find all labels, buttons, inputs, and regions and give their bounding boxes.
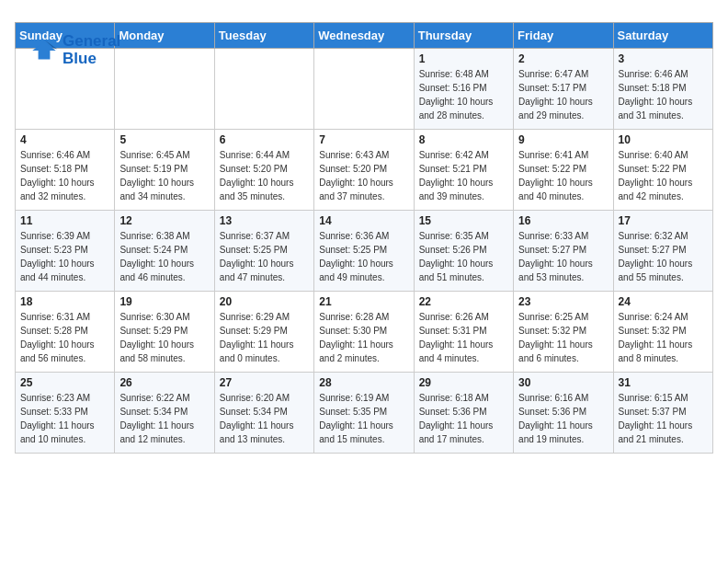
- day-info: Sunrise: 6:37 AM Sunset: 5:25 PM Dayligh…: [220, 229, 309, 284]
- calendar-cell: 15Sunrise: 6:35 AM Sunset: 5:26 PM Dayli…: [414, 211, 513, 292]
- day-info: Sunrise: 6:19 AM Sunset: 5:35 PM Dayligh…: [319, 391, 408, 446]
- day-info: Sunrise: 6:30 AM Sunset: 5:29 PM Dayligh…: [119, 310, 209, 365]
- day-number: 23: [518, 295, 608, 308]
- calendar-week-row: 4Sunrise: 6:46 AM Sunset: 5:18 PM Daylig…: [16, 130, 713, 211]
- calendar-cell: 31Sunrise: 6:15 AM Sunset: 5:37 PM Dayli…: [613, 373, 712, 454]
- day-number: 10: [619, 133, 708, 146]
- calendar-cell: 27Sunrise: 6:20 AM Sunset: 5:34 PM Dayli…: [214, 373, 313, 454]
- calendar-cell: 26Sunrise: 6:22 AM Sunset: 5:34 PM Dayli…: [115, 373, 214, 454]
- weekday-header-thursday: Thursday: [414, 23, 513, 49]
- day-info: Sunrise: 6:45 AM Sunset: 5:19 PM Dayligh…: [119, 148, 209, 203]
- day-number: 25: [20, 376, 109, 389]
- day-info: Sunrise: 6:46 AM Sunset: 5:18 PM Dayligh…: [20, 148, 109, 203]
- day-info: Sunrise: 6:22 AM Sunset: 5:34 PM Dayligh…: [119, 391, 209, 446]
- day-info: Sunrise: 6:35 AM Sunset: 5:26 PM Dayligh…: [419, 229, 508, 284]
- calendar-cell: 21Sunrise: 6:28 AM Sunset: 5:30 PM Dayli…: [314, 292, 414, 373]
- calendar-cell: 5Sunrise: 6:45 AM Sunset: 5:19 PM Daylig…: [115, 130, 214, 211]
- day-info: Sunrise: 6:25 AM Sunset: 5:32 PM Dayligh…: [518, 310, 608, 365]
- calendar-cell: [214, 49, 313, 130]
- day-info: Sunrise: 6:18 AM Sunset: 5:36 PM Dayligh…: [419, 391, 508, 446]
- day-number: 29: [419, 376, 508, 389]
- calendar-table: SundayMondayTuesdayWednesdayThursdayFrid…: [15, 22, 713, 454]
- day-number: 26: [119, 376, 209, 389]
- day-number: 13: [220, 214, 309, 227]
- calendar-cell: 10Sunrise: 6:40 AM Sunset: 5:22 PM Dayli…: [613, 130, 712, 211]
- day-number: 28: [319, 376, 408, 389]
- day-number: 9: [518, 133, 608, 146]
- day-info: Sunrise: 6:20 AM Sunset: 5:34 PM Dayligh…: [220, 391, 309, 446]
- day-info: Sunrise: 6:39 AM Sunset: 5:23 PM Dayligh…: [20, 229, 109, 284]
- day-number: 4: [20, 133, 109, 146]
- day-number: 30: [518, 376, 608, 389]
- day-info: Sunrise: 6:15 AM Sunset: 5:37 PM Dayligh…: [619, 391, 708, 446]
- day-info: Sunrise: 6:31 AM Sunset: 5:28 PM Dayligh…: [20, 310, 109, 365]
- day-number: 31: [619, 376, 708, 389]
- day-number: 20: [220, 295, 309, 308]
- day-number: 22: [419, 295, 508, 308]
- day-number: 18: [20, 295, 109, 308]
- logo: General Blue: [29, 33, 120, 67]
- day-number: 16: [518, 214, 608, 227]
- calendar-cell: [314, 49, 414, 130]
- day-info: Sunrise: 6:26 AM Sunset: 5:31 PM Dayligh…: [419, 310, 508, 365]
- calendar-cell: 2Sunrise: 6:47 AM Sunset: 5:17 PM Daylig…: [514, 49, 613, 130]
- day-number: 15: [419, 214, 508, 227]
- calendar-cell: 3Sunrise: 6:46 AM Sunset: 5:18 PM Daylig…: [613, 49, 712, 130]
- calendar-week-row: 11Sunrise: 6:39 AM Sunset: 5:23 PM Dayli…: [16, 211, 713, 292]
- logo-text: General Blue: [63, 33, 120, 67]
- day-info: Sunrise: 6:40 AM Sunset: 5:22 PM Dayligh…: [619, 148, 708, 203]
- calendar-cell: 4Sunrise: 6:46 AM Sunset: 5:18 PM Daylig…: [16, 130, 115, 211]
- weekday-header-monday: Monday: [115, 23, 214, 49]
- weekday-header-friday: Friday: [514, 23, 613, 49]
- day-number: 2: [518, 52, 608, 65]
- day-number: 17: [619, 214, 708, 227]
- calendar-cell: 13Sunrise: 6:37 AM Sunset: 5:25 PM Dayli…: [214, 211, 313, 292]
- day-info: Sunrise: 6:32 AM Sunset: 5:27 PM Dayligh…: [619, 229, 708, 284]
- day-number: 21: [319, 295, 408, 308]
- calendar-cell: 30Sunrise: 6:16 AM Sunset: 5:36 PM Dayli…: [514, 373, 613, 454]
- calendar-cell: 9Sunrise: 6:41 AM Sunset: 5:22 PM Daylig…: [514, 130, 613, 211]
- day-info: Sunrise: 6:43 AM Sunset: 5:20 PM Dayligh…: [319, 148, 408, 203]
- logo-icon: [29, 36, 59, 65]
- calendar-cell: 12Sunrise: 6:38 AM Sunset: 5:24 PM Dayli…: [115, 211, 214, 292]
- calendar-week-row: 25Sunrise: 6:23 AM Sunset: 5:33 PM Dayli…: [16, 373, 713, 454]
- day-number: 1: [419, 52, 508, 65]
- day-info: Sunrise: 6:28 AM Sunset: 5:30 PM Dayligh…: [319, 310, 408, 365]
- day-number: 27: [220, 376, 309, 389]
- day-info: Sunrise: 6:23 AM Sunset: 5:33 PM Dayligh…: [20, 391, 109, 446]
- day-info: Sunrise: 6:24 AM Sunset: 5:32 PM Dayligh…: [619, 310, 708, 365]
- day-info: Sunrise: 6:16 AM Sunset: 5:36 PM Dayligh…: [518, 391, 608, 446]
- calendar-cell: 28Sunrise: 6:19 AM Sunset: 5:35 PM Dayli…: [314, 373, 414, 454]
- day-number: 14: [319, 214, 408, 227]
- calendar-cell: 16Sunrise: 6:33 AM Sunset: 5:27 PM Dayli…: [514, 211, 613, 292]
- day-number: 24: [619, 295, 708, 308]
- calendar-cell: 29Sunrise: 6:18 AM Sunset: 5:36 PM Dayli…: [414, 373, 513, 454]
- calendar-week-row: 18Sunrise: 6:31 AM Sunset: 5:28 PM Dayli…: [16, 292, 713, 373]
- day-info: Sunrise: 6:42 AM Sunset: 5:21 PM Dayligh…: [419, 148, 508, 203]
- calendar-cell: 22Sunrise: 6:26 AM Sunset: 5:31 PM Dayli…: [414, 292, 513, 373]
- calendar-cell: 17Sunrise: 6:32 AM Sunset: 5:27 PM Dayli…: [613, 211, 712, 292]
- calendar-cell: 8Sunrise: 6:42 AM Sunset: 5:21 PM Daylig…: [414, 130, 513, 211]
- calendar-cell: 18Sunrise: 6:31 AM Sunset: 5:28 PM Dayli…: [16, 292, 115, 373]
- svg-marker-0: [32, 41, 56, 59]
- calendar-cell: 14Sunrise: 6:36 AM Sunset: 5:25 PM Dayli…: [314, 211, 414, 292]
- day-info: Sunrise: 6:44 AM Sunset: 5:20 PM Dayligh…: [220, 148, 309, 203]
- day-info: Sunrise: 6:38 AM Sunset: 5:24 PM Dayligh…: [119, 229, 209, 284]
- day-number: 6: [220, 133, 309, 146]
- day-number: 19: [119, 295, 209, 308]
- day-info: Sunrise: 6:41 AM Sunset: 5:22 PM Dayligh…: [518, 148, 608, 203]
- day-number: 5: [119, 133, 209, 146]
- day-info: Sunrise: 6:48 AM Sunset: 5:16 PM Dayligh…: [419, 67, 508, 122]
- calendar-cell: 25Sunrise: 6:23 AM Sunset: 5:33 PM Dayli…: [16, 373, 115, 454]
- day-info: Sunrise: 6:36 AM Sunset: 5:25 PM Dayligh…: [319, 229, 408, 284]
- calendar-cell: 23Sunrise: 6:25 AM Sunset: 5:32 PM Dayli…: [514, 292, 613, 373]
- calendar-cell: 6Sunrise: 6:44 AM Sunset: 5:20 PM Daylig…: [214, 130, 313, 211]
- calendar-cell: 7Sunrise: 6:43 AM Sunset: 5:20 PM Daylig…: [314, 130, 414, 211]
- calendar-cell: 1Sunrise: 6:48 AM Sunset: 5:16 PM Daylig…: [414, 49, 513, 130]
- day-info: Sunrise: 6:47 AM Sunset: 5:17 PM Dayligh…: [518, 67, 608, 122]
- calendar-cell: 11Sunrise: 6:39 AM Sunset: 5:23 PM Dayli…: [16, 211, 115, 292]
- calendar-cell: 24Sunrise: 6:24 AM Sunset: 5:32 PM Dayli…: [613, 292, 712, 373]
- day-number: 8: [419, 133, 508, 146]
- day-info: Sunrise: 6:46 AM Sunset: 5:18 PM Dayligh…: [619, 67, 708, 122]
- day-number: 3: [619, 52, 708, 65]
